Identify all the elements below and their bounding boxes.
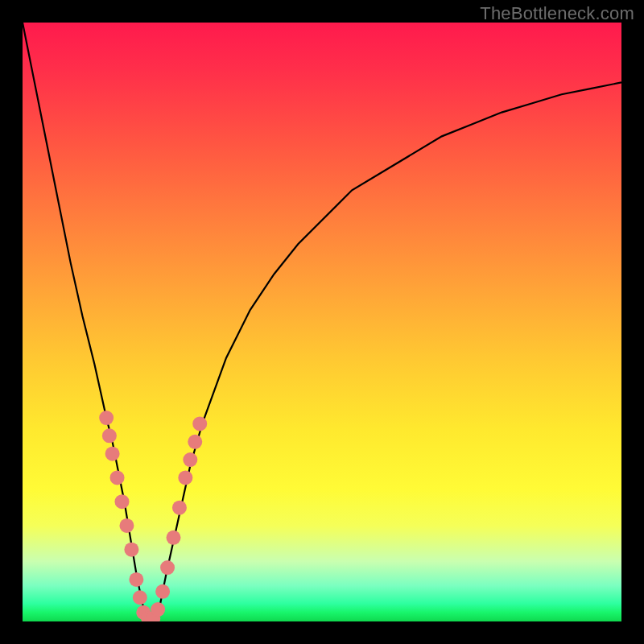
curve-layer [23,23,621,621]
bottleneck-curve [23,23,621,621]
curve-marker [160,560,175,575]
curve-marker [129,572,143,587]
curve-marker [115,494,130,509]
curve-marker [155,584,170,599]
curve-marker [133,590,147,605]
curve-marker [119,518,134,533]
curve-marker [102,428,117,443]
watermark-text: TheBottleneck.com [480,3,634,24]
curve-marker [151,602,165,617]
curve-marker [166,530,180,545]
curve-marker [183,452,197,467]
plot-area [23,23,621,621]
curve-marker [178,470,192,485]
curve-markers [99,411,207,621]
chart-frame: TheBottleneck.com [0,0,644,644]
curve-marker [99,411,114,425]
curve-marker [105,447,120,461]
curve-marker [110,470,125,485]
curve-marker [172,501,187,515]
curve-marker [192,416,207,431]
curve-marker [188,435,202,449]
curve-marker [124,543,138,557]
